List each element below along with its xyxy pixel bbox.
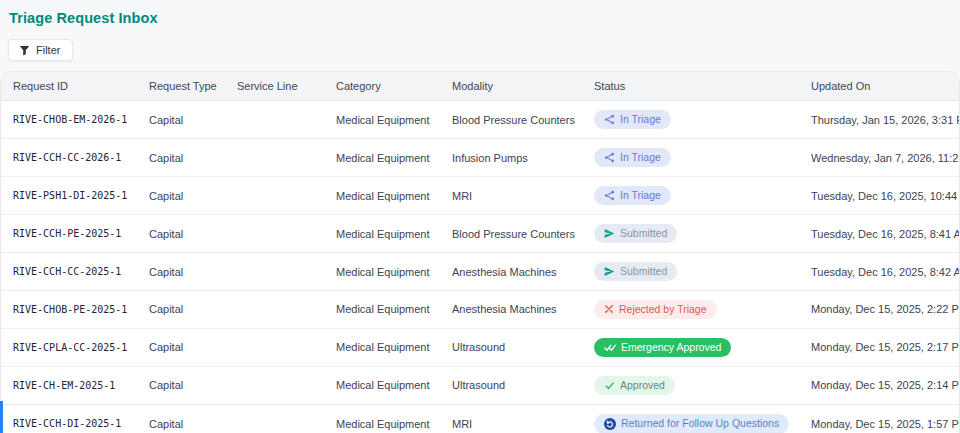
status-label: In Triage bbox=[620, 152, 661, 163]
modality-cell: Blood Pressure Counters bbox=[440, 215, 582, 253]
modality-cell: Infusion Pumps bbox=[440, 139, 582, 177]
request-type-cell: Capital bbox=[137, 101, 225, 139]
updated-on-cell: Tuesday, Dec 16, 2025, 8:41 AM bbox=[799, 215, 959, 253]
send-icon bbox=[604, 266, 615, 277]
col-updated-on: Updated On bbox=[799, 72, 959, 101]
col-request-id: Request ID bbox=[1, 72, 137, 101]
filter-funnel-icon bbox=[19, 45, 30, 56]
table-row[interactable]: RIVE-CCH-CC-2025-1CapitalMedical Equipme… bbox=[1, 253, 959, 291]
status-badge: Returned for Follow Up Questions bbox=[594, 414, 789, 433]
request-type-cell: Capital bbox=[137, 139, 225, 177]
table-row[interactable]: RIVE-CHOB-PE-2025-1CapitalMedical Equipm… bbox=[1, 291, 959, 329]
table-row[interactable]: RIVE-CHOB-EM-2026-1CapitalMedical Equipm… bbox=[1, 101, 959, 139]
split-icon bbox=[604, 152, 615, 163]
status-badge: In Triage bbox=[594, 110, 671, 129]
updated-on-cell: Monday, Dec 15, 2025, 2:17 PM bbox=[799, 328, 959, 366]
modality-cell: Blood Pressure Counters bbox=[440, 101, 582, 139]
status-cell: Submitted bbox=[582, 215, 799, 253]
modality-cell: Ultrasound bbox=[440, 328, 582, 366]
category-cell: Medical Equipment bbox=[324, 215, 440, 253]
category-cell: Medical Equipment bbox=[324, 177, 440, 215]
status-cell: Rejected by Triage bbox=[582, 291, 799, 329]
service-line-cell bbox=[225, 215, 324, 253]
request-type-cell: Capital bbox=[137, 366, 225, 404]
updated-on-cell: Tuesday, Dec 16, 2025, 10:44 AM bbox=[799, 177, 959, 215]
col-service-line: Service Line bbox=[225, 72, 324, 101]
request-id-cell: RIVE-CCH-CC-2026-1 bbox=[1, 139, 137, 177]
table-row[interactable]: RIVE-CCH-PE-2025-1CapitalMedical Equipme… bbox=[1, 215, 959, 253]
col-category: Category bbox=[324, 72, 440, 101]
request-type-cell: Capital bbox=[137, 253, 225, 291]
triage-inbox-page: Triage Request Inbox Filter Request ID R… bbox=[0, 0, 960, 433]
updated-on-cell: Wednesday, Jan 7, 2026, 11:26 AM bbox=[799, 139, 959, 177]
check-icon bbox=[604, 380, 615, 391]
request-id-cell: RIVE-CCH-DI-2025-1 bbox=[1, 404, 137, 433]
updated-on-cell: Monday, Dec 15, 2025, 1:57 PM bbox=[799, 404, 959, 433]
x-icon bbox=[604, 304, 614, 314]
status-label: In Triage bbox=[620, 114, 661, 125]
table-row[interactable]: RIVE-CPLA-CC-2025-1CapitalMedical Equipm… bbox=[1, 328, 959, 366]
status-label: Emergency Approved bbox=[621, 342, 721, 353]
status-cell: Emergency Approved bbox=[582, 328, 799, 366]
status-label: Submitted bbox=[620, 228, 667, 239]
modality-cell: Ultrasound bbox=[440, 366, 582, 404]
request-id-cell: RIVE-CPLA-CC-2025-1 bbox=[1, 328, 137, 366]
status-badge: Submitted bbox=[594, 224, 677, 243]
updated-on-cell: Thursday, Jan 15, 2026, 3:31 PM bbox=[799, 101, 959, 139]
status-label: Submitted bbox=[620, 266, 667, 277]
service-line-cell bbox=[225, 101, 324, 139]
status-label: Approved bbox=[620, 380, 665, 391]
double-check-icon bbox=[604, 342, 616, 353]
status-badge: In Triage bbox=[594, 148, 671, 167]
request-type-cell: Capital bbox=[137, 404, 225, 433]
requests-table: Request ID Request Type Service Line Cat… bbox=[0, 71, 960, 433]
row-focus-indicator bbox=[0, 401, 3, 433]
status-cell: Approved bbox=[582, 366, 799, 404]
status-label: In Triage bbox=[620, 190, 661, 201]
status-label: Rejected by Triage bbox=[619, 304, 707, 315]
modality-cell: Anesthesia Machines bbox=[440, 253, 582, 291]
table-row[interactable]: RIVE-CCH-CC-2026-1CapitalMedical Equipme… bbox=[1, 139, 959, 177]
service-line-cell bbox=[225, 291, 324, 329]
modality-cell: MRI bbox=[440, 404, 582, 433]
request-id-cell: RIVE-CCH-PE-2025-1 bbox=[1, 215, 137, 253]
service-line-cell bbox=[225, 139, 324, 177]
table-row[interactable]: RIVE-PSH1-DI-2025-1CapitalMedical Equipm… bbox=[1, 177, 959, 215]
filter-button[interactable]: Filter bbox=[8, 39, 73, 61]
request-type-cell: Capital bbox=[137, 215, 225, 253]
status-label: Returned for Follow Up Questions bbox=[621, 418, 779, 429]
status-badge: Approved bbox=[594, 376, 675, 395]
service-line-cell bbox=[225, 404, 324, 433]
table-header-row: Request ID Request Type Service Line Cat… bbox=[1, 72, 959, 101]
filter-button-label: Filter bbox=[36, 44, 60, 56]
service-line-cell bbox=[225, 253, 324, 291]
status-badge: Submitted bbox=[594, 262, 677, 281]
category-cell: Medical Equipment bbox=[324, 328, 440, 366]
status-cell: Returned for Follow Up Questions bbox=[582, 404, 799, 433]
request-type-cell: Capital bbox=[137, 177, 225, 215]
col-status: Status bbox=[582, 72, 799, 101]
category-cell: Medical Equipment bbox=[324, 253, 440, 291]
request-id-cell: RIVE-CCH-CC-2025-1 bbox=[1, 253, 137, 291]
return-icon bbox=[604, 418, 616, 430]
modality-cell: MRI bbox=[440, 177, 582, 215]
request-type-cell: Capital bbox=[137, 328, 225, 366]
category-cell: Medical Equipment bbox=[324, 366, 440, 404]
status-cell: Submitted bbox=[582, 253, 799, 291]
col-modality: Modality bbox=[440, 72, 582, 101]
modality-cell: Anesthesia Machines bbox=[440, 291, 582, 329]
status-badge: In Triage bbox=[594, 186, 671, 205]
split-icon bbox=[604, 190, 615, 201]
table-row[interactable]: RIVE-CH-EM-2025-1CapitalMedical Equipmen… bbox=[1, 366, 959, 404]
send-icon bbox=[604, 228, 615, 239]
table-body: RIVE-CHOB-EM-2026-1CapitalMedical Equipm… bbox=[1, 101, 959, 433]
status-cell: In Triage bbox=[582, 101, 799, 139]
service-line-cell bbox=[225, 177, 324, 215]
status-badge: Emergency Approved bbox=[594, 338, 731, 357]
page-title: Triage Request Inbox bbox=[0, 0, 960, 26]
request-id-cell: RIVE-CHOB-EM-2026-1 bbox=[1, 101, 137, 139]
updated-on-cell: Monday, Dec 15, 2025, 2:14 PM bbox=[799, 366, 959, 404]
request-id-cell: RIVE-CHOB-PE-2025-1 bbox=[1, 291, 137, 329]
table-row[interactable]: RIVE-CCH-DI-2025-1CapitalMedical Equipme… bbox=[1, 404, 959, 433]
status-cell: In Triage bbox=[582, 139, 799, 177]
